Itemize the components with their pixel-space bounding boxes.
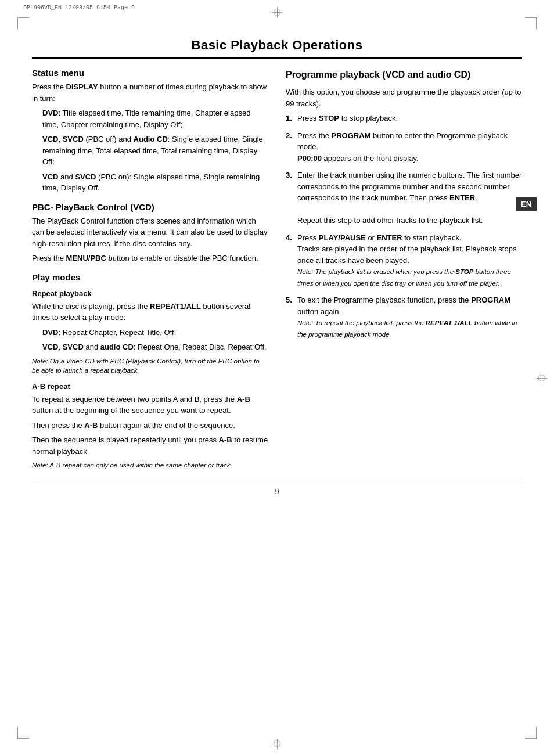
display-button: DISPLAY	[66, 82, 98, 91]
vcd2-label: VCD	[42, 172, 58, 181]
program-button-2: PROGRAM	[471, 296, 510, 304]
programme-title: Programme playback (VCD and audio CD)	[286, 68, 522, 82]
step-1-content: Press STOP to stop playback.	[297, 113, 522, 124]
enter-button: ENTER	[449, 193, 475, 202]
step-5: 5. To exit the Programme playback functi…	[286, 294, 522, 340]
programme-intro: With this option, you choose and program…	[286, 87, 522, 109]
repeat-intro: While the disc is playing, press the REP…	[32, 301, 268, 323]
step-1-num: 1.	[286, 113, 297, 124]
ab-note: Note: A-B repeat can only be used within…	[32, 460, 268, 470]
svcd2-label: SVCD	[75, 172, 96, 181]
vcd-svcd-repeat-info: VCD, SVCD and audio CD: Repeat One, Repe…	[42, 341, 268, 353]
main-content: Basic Playback Operations Status menu Pr…	[32, 32, 522, 724]
step-4-content: Press PLAY/PAUSE or ENTER to start playb…	[297, 232, 522, 289]
vcd-repeat-label: VCD	[42, 343, 58, 351]
play-modes-title: Play modes	[32, 272, 268, 282]
ab-body2: Then press the A-B button again at the e…	[32, 420, 268, 431]
pbc-button-instruction: Press the MENU/PBC button to enable or d…	[32, 253, 268, 264]
ab-body3: Then the sequence is played repeatedly u…	[32, 434, 268, 457]
stop-button-note: STOP	[455, 268, 473, 275]
p0000-display: P00:00	[297, 154, 322, 163]
repeat-all-button-note: REPEAT 1/ALL	[426, 319, 473, 326]
corner-mark-br	[525, 727, 537, 739]
stop-button: STOP	[319, 114, 339, 123]
enter-button-2: ENTER	[377, 233, 402, 242]
corner-mark-tl	[17, 17, 29, 29]
corner-mark-bl	[17, 727, 29, 739]
page-title: Basic Playback Operations	[32, 32, 522, 59]
program-button: PROGRAM	[332, 131, 371, 140]
repeat-button: REPEAT1/ALL	[150, 302, 201, 311]
menu-pbc-button: MENU/PBC	[66, 254, 106, 262]
pbc-title: PBC- PlayBack Control (VCD)	[32, 202, 268, 212]
reg-mark-top	[272, 7, 282, 17]
step-5-note: Note: To repeat the playback list, press…	[297, 319, 517, 338]
audio-cd-repeat-label: audio CD	[100, 343, 134, 351]
dvd-repeat-label: DVD	[42, 328, 58, 337]
step-4-note: Note: The playback list is erased when y…	[297, 268, 511, 287]
step-3-num: 3.	[286, 170, 297, 181]
reg-mark-bottom	[272, 739, 282, 749]
step-5-num: 5.	[286, 294, 297, 306]
step-3: 3. Enter the track number using the nume…	[286, 170, 522, 226]
step-2: 2. Press the PROGRAM button to enter the…	[286, 130, 522, 164]
vcd-label: VCD	[42, 135, 58, 143]
right-column: Programme playback (VCD and audio CD) Wi…	[286, 68, 522, 473]
reg-mark-right	[537, 373, 547, 383]
step-4-num: 4.	[286, 232, 297, 244]
page: DPL906VD_EN 12/08/05 9:54 Page 9 EN Basi…	[0, 0, 554, 756]
vcd-pbc-on-info: VCD and SVCD (PBC on): Single elapsed ti…	[42, 171, 268, 194]
vcd-svcd-info: VCD, SVCD (PBC off) and Audio CD: Single…	[42, 134, 268, 168]
svcd-label: SVCD	[63, 135, 84, 143]
audio-cd-label: Audio CD	[134, 135, 168, 143]
step-3-content: Enter the track number using the numeric…	[297, 170, 522, 226]
page-number: 9	[32, 483, 522, 496]
left-column: Status menu Press the DISPLAY button a n…	[32, 68, 268, 473]
step-5-content: To exit the Programme playback function,…	[297, 294, 522, 340]
step-2-num: 2.	[286, 130, 297, 142]
svcd-repeat-label: SVCD	[63, 343, 84, 351]
pbc-body: The PlayBack Control function offers sce…	[32, 215, 268, 250]
status-menu-title: Status menu	[32, 68, 268, 78]
ab-button-3: A-B	[219, 435, 232, 444]
dvd-label: DVD	[42, 109, 58, 117]
step-4: 4. Press PLAY/PAUSE or ENTER to start pl…	[286, 232, 522, 289]
step-2-content: Press the PROGRAM button to enter the Pr…	[297, 130, 522, 164]
ab-repeat-title: A-B repeat	[32, 382, 268, 391]
repeat-playback-title: Repeat playback	[32, 289, 268, 298]
dvd-info: DVD: Title elapsed time, Title remaining…	[42, 107, 268, 130]
ab-button-2: A-B	[84, 421, 98, 430]
programme-steps: 1. Press STOP to stop playback. 2. Press…	[286, 113, 522, 340]
corner-mark-tr	[525, 17, 537, 29]
step-1: 1. Press STOP to stop playback.	[286, 113, 522, 124]
pbc-note: Note: On a Video CD with PBC (Playback C…	[32, 357, 268, 375]
file-header: DPL906VD_EN 12/08/05 9:54 Page 9	[23, 5, 135, 11]
play-pause-button: PLAY/PAUSE	[319, 233, 366, 242]
status-menu-intro: Press the DISPLAY button a number of tim…	[32, 81, 268, 104]
dvd-repeat-info: DVD: Repeat Chapter, Repeat Title, Off,	[42, 327, 268, 339]
ab-body1: To repeat a sequence between two points …	[32, 394, 268, 416]
columns-layout: Status menu Press the DISPLAY button a n…	[32, 68, 522, 473]
ab-button-1: A-B	[237, 395, 250, 404]
